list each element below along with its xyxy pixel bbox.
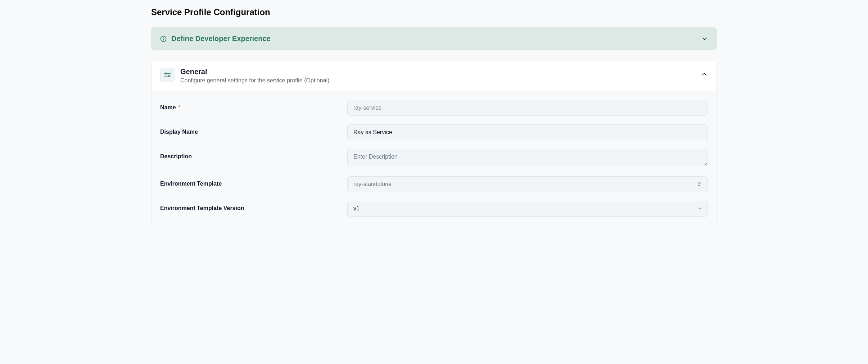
form-row-description: Description — [160, 149, 708, 168]
display-name-input[interactable] — [347, 124, 708, 140]
svg-point-2 — [163, 37, 163, 37]
svg-point-6 — [168, 76, 169, 77]
chevron-down-icon — [701, 35, 708, 42]
display-name-label: Display Name — [160, 129, 198, 135]
form-row-env-template: Environment Template ray-standalone — [160, 176, 708, 192]
info-icon — [160, 35, 167, 42]
general-title: General — [180, 68, 331, 76]
form-row-display-name: Display Name — [160, 124, 708, 140]
banner-title: Define Developer Experience — [171, 35, 271, 43]
env-template-version-select[interactable]: v1 — [347, 201, 708, 217]
required-mark: * — [178, 104, 180, 110]
page-title: Service Profile Configuration — [151, 7, 717, 17]
general-section-header[interactable]: General Configure general settings for t… — [152, 60, 716, 91]
env-template-label: Environment Template — [160, 181, 222, 187]
name-input[interactable] — [347, 100, 708, 116]
description-label: Description — [160, 153, 192, 159]
general-subtitle: Configure general settings for the servi… — [180, 77, 331, 84]
form-row-name: Name * — [160, 100, 708, 116]
env-template-version-label: Environment Template Version — [160, 205, 244, 211]
general-section-card: General Configure general settings for t… — [151, 60, 717, 229]
sliders-icon — [160, 68, 175, 82]
name-label: Name — [160, 104, 176, 110]
chevron-up-icon — [701, 70, 708, 78]
description-textarea[interactable] — [347, 149, 708, 166]
env-template-select[interactable]: ray-standalone — [347, 176, 708, 192]
banner-left: Define Developer Experience — [160, 35, 271, 43]
general-form-body: Name * Display Name Description — [152, 91, 716, 229]
form-row-env-template-version: Environment Template Version v1 — [160, 201, 708, 217]
card-header-left: General Configure general settings for t… — [160, 68, 331, 84]
svg-point-4 — [165, 73, 167, 74]
define-experience-banner[interactable]: Define Developer Experience — [151, 27, 717, 50]
